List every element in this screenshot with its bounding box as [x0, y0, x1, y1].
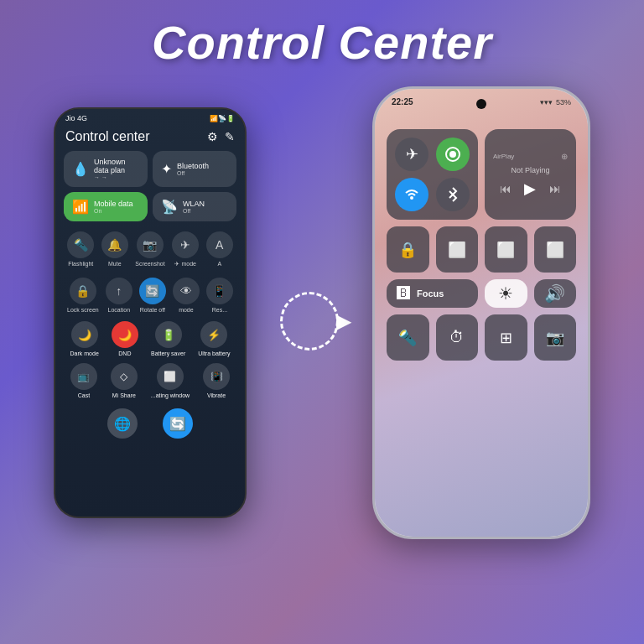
- left-status-icons: 📶📡🔋: [210, 115, 235, 122]
- auto-label: A: [217, 261, 221, 267]
- bottom-row: 📺 Cast ◇ Mi Share ⬜ ...ating window 📳 Vi…: [55, 360, 245, 402]
- toggle-row-2: 🔒 Lock screen ↑ Location 🔄 Rotate off 👁 …: [55, 273, 245, 318]
- vibrate-icon: 📳: [203, 363, 230, 390]
- float-window-icon: ⬜: [157, 363, 184, 390]
- dark-mode-btn[interactable]: 🌙 Dark mode: [70, 321, 99, 356]
- mi-share-btn[interactable]: ◇ Mi Share: [111, 363, 138, 398]
- brightness-btn[interactable]: ☀: [485, 279, 527, 308]
- cast-label: Cast: [78, 392, 90, 398]
- screenshot-icon: 📷: [137, 231, 164, 258]
- bluetooth-btn[interactable]: [436, 178, 470, 211]
- auto-btn[interactable]: A A: [206, 231, 233, 267]
- res-icon: 📱: [206, 278, 233, 304]
- bluetooth-tile[interactable]: ✦ BluetoothOff: [153, 151, 236, 187]
- torch-btn[interactable]: 🔦: [387, 314, 429, 361]
- connectivity-box: ✈: [387, 129, 478, 220]
- screen-mirror-btn[interactable]: ⬜: [436, 226, 479, 273]
- mute-btn[interactable]: 🔔 Mute: [101, 231, 128, 267]
- dnd-label: DND: [118, 351, 131, 356]
- auto-icon: A: [206, 231, 233, 258]
- right-phone-screen: 22:25 ▾▾▾ 53% ✈: [375, 89, 588, 537]
- cast-btn[interactable]: 📺 Cast: [70, 363, 97, 398]
- nav-refresh-btn[interactable]: 🔄: [163, 408, 193, 439]
- res-btn[interactable]: 📱 Res...: [206, 278, 233, 313]
- left-phone-screen: Jio 4G 📶📡🔋 Control center ⚙ ✎ 💧 Unknown …: [55, 109, 245, 517]
- edit-icon[interactable]: ✎: [225, 130, 235, 143]
- tiles-grid: 💧 Unknown data plan→ → ✦ BluetoothOff 📶 …: [55, 151, 245, 226]
- eye-btn[interactable]: 👁 mode: [173, 278, 200, 313]
- cast-icon: 📺: [70, 363, 97, 390]
- volume-icon: 🔊: [544, 283, 565, 304]
- camera-btn[interactable]: 📷: [534, 314, 577, 361]
- flashlight-btn[interactable]: 🔦 Flashlight: [67, 231, 94, 267]
- location-icon: ↑: [106, 278, 132, 304]
- ios-top-row: ✈: [387, 129, 576, 220]
- float-window-btn[interactable]: ⬜ ...ating window: [151, 363, 190, 398]
- wlan-icon: 📡: [161, 199, 178, 215]
- rotate-icon: 🔄: [139, 278, 166, 304]
- float-window-label: ...ating window: [151, 392, 190, 398]
- screenshot-btn[interactable]: 📷 Screenshot: [135, 231, 164, 267]
- sq-btn-3[interactable]: ⬜: [485, 226, 527, 273]
- dark-mode-label: Dark mode: [70, 351, 99, 356]
- lock-screen-btn[interactable]: 🔒 Lock screen: [67, 278, 99, 313]
- slider-row: 🌙 Dark mode 🌙 DND 🔋 Battery saver ⚡ Ultr…: [55, 318, 245, 360]
- location-btn[interactable]: ↑ Location: [106, 278, 132, 313]
- ultra-battery-label: Ultra battery: [198, 351, 230, 356]
- airplane-icon: ✈: [172, 231, 199, 258]
- screen-rotation-btn[interactable]: 🔒: [387, 226, 429, 273]
- wifi-btn[interactable]: [395, 178, 428, 211]
- carrier-text: Jio 4G: [65, 114, 87, 122]
- battery-saver-label: Battery saver: [151, 351, 185, 356]
- ultra-battery-btn[interactable]: ⚡ Ultra battery: [198, 321, 230, 356]
- dnd-btn[interactable]: 🌙 DND: [112, 321, 138, 356]
- nav-wifi-btn[interactable]: 🌐: [107, 408, 138, 439]
- data-plan-tile[interactable]: 💧 Unknown data plan→ →: [64, 151, 148, 187]
- ios-second-row: 🔒 ⬜ ⬜ ⬜: [387, 226, 576, 273]
- res-label: Res...: [212, 307, 227, 313]
- ios-third-row: 🅱 Focus ☀ 🔊: [387, 279, 576, 308]
- wlan-label: WLANOff: [183, 200, 205, 214]
- vibrate-btn[interactable]: 📳 Vibrate: [203, 363, 230, 398]
- battery-saver-icon: 🔋: [155, 321, 182, 348]
- focus-btn[interactable]: 🅱 Focus: [387, 279, 478, 308]
- eye-label: mode: [179, 307, 194, 313]
- dark-mode-icon: 🌙: [71, 321, 98, 348]
- settings-icon[interactable]: ⚙: [207, 130, 218, 143]
- rotate-btn[interactable]: 🔄 Rotate off: [139, 278, 166, 313]
- ios-bottom-row: 🔦 ⏱ ⊞ 📷: [387, 314, 576, 361]
- calculator-btn[interactable]: ⊞: [485, 314, 527, 361]
- next-btn[interactable]: ⏭: [549, 182, 561, 195]
- mobile-data-label: Mobile dataOn: [94, 200, 133, 214]
- page-title: Control Center: [0, 0, 644, 70]
- bluetooth-label: BluetoothOff: [177, 162, 209, 176]
- mobile-data-tile[interactable]: 📶 Mobile dataOn: [64, 192, 148, 221]
- camera-notch: [476, 99, 486, 109]
- right-time: 22:25: [392, 97, 413, 106]
- mi-share-icon: ◇: [111, 363, 138, 390]
- wlan-tile[interactable]: 📡 WLANOff: [153, 192, 236, 221]
- svg-point-1: [449, 151, 456, 158]
- right-phone: 22:25 ▾▾▾ 53% ✈: [372, 86, 590, 539]
- prev-btn[interactable]: ⏮: [500, 182, 512, 195]
- vibrate-label: Vibrate: [207, 392, 226, 398]
- svg-point-2: [410, 196, 413, 200]
- battery-saver-btn[interactable]: 🔋 Battery saver: [151, 321, 185, 356]
- cc-header-icons: ⚙ ✎: [207, 130, 235, 143]
- timer-btn[interactable]: ⏱: [436, 314, 479, 361]
- lock-label: Lock screen: [67, 307, 99, 313]
- airplane-mode-btn[interactable]: ✈: [395, 138, 428, 171]
- airplane-label: ✈ mode: [174, 261, 195, 267]
- music-controls: ⏮ ▶ ⏭: [493, 179, 568, 198]
- dnd-icon: 🌙: [112, 321, 138, 348]
- volume-btn[interactable]: 🔊: [534, 279, 577, 308]
- sq-btn-4[interactable]: ⬜: [534, 226, 577, 273]
- focus-icon: 🅱: [397, 286, 410, 301]
- signal-icon: ▾▾▾: [540, 98, 553, 106]
- battery-icon: 53%: [556, 98, 571, 106]
- mi-share-label: Mi Share: [112, 392, 136, 398]
- cellular-btn[interactable]: [436, 138, 470, 171]
- airplane-btn[interactable]: ✈ ✈ mode: [172, 231, 199, 267]
- play-btn[interactable]: ▶: [524, 179, 536, 198]
- screenshot-label: Screenshot: [135, 261, 164, 267]
